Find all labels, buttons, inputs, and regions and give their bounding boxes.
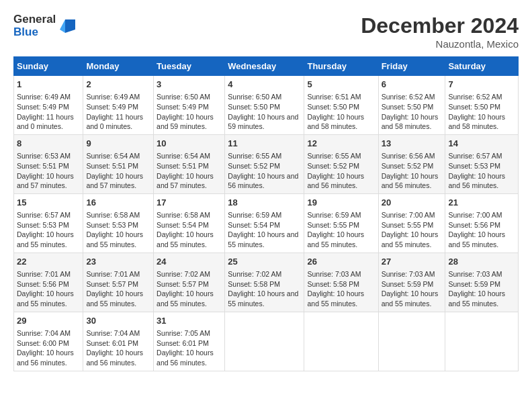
calendar-cell: 11Sunrise: 6:55 AMSunset: 5:52 PMDayligh… bbox=[225, 134, 304, 193]
daylight-text: Daylight: 11 hours and 0 minutes. bbox=[86, 113, 143, 131]
day-number: 15 bbox=[17, 197, 80, 209]
sunset-text: Sunset: 6:00 PM bbox=[17, 339, 69, 347]
day-number: 23 bbox=[86, 256, 150, 268]
calendar-cell: 8Sunrise: 6:53 AMSunset: 5:51 PMDaylight… bbox=[14, 134, 83, 193]
sunset-text: Sunset: 5:50 PM bbox=[448, 103, 500, 111]
sunset-text: Sunset: 5:57 PM bbox=[86, 280, 138, 288]
daylight-text: Daylight: 10 hours and 59 minutes. bbox=[157, 113, 214, 131]
calendar-cell: 25Sunrise: 7:02 AMSunset: 5:58 PMDayligh… bbox=[225, 253, 304, 312]
calendar-cell: 23Sunrise: 7:01 AMSunset: 5:57 PMDayligh… bbox=[83, 253, 154, 312]
calendar-cell bbox=[225, 312, 304, 371]
calendar-cell: 17Sunrise: 6:58 AMSunset: 5:54 PMDayligh… bbox=[154, 193, 225, 253]
sunrise-text: Sunrise: 7:04 AM bbox=[86, 329, 140, 337]
sunset-text: Sunset: 5:52 PM bbox=[228, 162, 280, 170]
day-number: 10 bbox=[157, 138, 222, 150]
calendar-cell: 18Sunrise: 6:59 AMSunset: 5:54 PMDayligh… bbox=[225, 193, 304, 253]
day-number: 26 bbox=[307, 256, 375, 268]
sunset-text: Sunset: 5:49 PM bbox=[86, 103, 138, 111]
sunrise-text: Sunrise: 7:04 AM bbox=[17, 329, 71, 337]
sunrise-text: Sunrise: 6:56 AM bbox=[382, 152, 435, 160]
sunrise-text: Sunrise: 6:58 AM bbox=[157, 211, 210, 219]
day-number: 5 bbox=[307, 79, 375, 91]
calendar-table: SundayMondayTuesdayWednesdayThursdayFrid… bbox=[13, 56, 519, 371]
daylight-text: Daylight: 10 hours and 55 minutes. bbox=[382, 289, 439, 308]
sunset-text: Sunset: 5:59 PM bbox=[448, 280, 500, 288]
day-number: 8 bbox=[17, 138, 80, 150]
logo: General Blue bbox=[13, 13, 79, 38]
sunset-text: Sunset: 5:49 PM bbox=[17, 103, 69, 111]
day-number: 4 bbox=[228, 79, 301, 91]
calendar-cell: 14Sunrise: 6:57 AMSunset: 5:53 PMDayligh… bbox=[445, 134, 519, 193]
calendar-week-row: 15Sunrise: 6:57 AMSunset: 5:53 PMDayligh… bbox=[14, 193, 519, 253]
day-number: 3 bbox=[157, 79, 222, 91]
sunrise-text: Sunrise: 7:00 AM bbox=[448, 211, 502, 219]
calendar-header-row: SundayMondayTuesdayWednesdayThursdayFrid… bbox=[14, 57, 519, 76]
sunset-text: Sunset: 5:59 PM bbox=[382, 280, 434, 288]
sunrise-text: Sunrise: 7:03 AM bbox=[382, 270, 435, 278]
day-number: 14 bbox=[448, 138, 515, 150]
daylight-text: Daylight: 10 hours and 55 minutes. bbox=[228, 230, 298, 248]
daylight-text: Daylight: 10 hours and 56 minutes. bbox=[382, 172, 439, 190]
sunrise-text: Sunrise: 6:53 AM bbox=[17, 152, 71, 160]
weekday-header: Sunday bbox=[14, 57, 83, 76]
day-number: 20 bbox=[382, 197, 443, 209]
daylight-text: Daylight: 10 hours and 55 minutes. bbox=[448, 230, 505, 248]
sunset-text: Sunset: 5:54 PM bbox=[228, 221, 280, 229]
day-number: 29 bbox=[17, 315, 80, 327]
day-number: 9 bbox=[86, 138, 150, 150]
calendar-cell: 6Sunrise: 6:52 AMSunset: 5:50 PMDaylight… bbox=[378, 76, 445, 135]
sunrise-text: Sunrise: 6:59 AM bbox=[307, 211, 361, 219]
logo-general: General bbox=[13, 13, 56, 26]
daylight-text: Daylight: 10 hours and 55 minutes. bbox=[382, 230, 439, 248]
daylight-text: Daylight: 10 hours and 55 minutes. bbox=[307, 230, 364, 248]
calendar-cell: 12Sunrise: 6:55 AMSunset: 5:52 PMDayligh… bbox=[304, 134, 378, 193]
daylight-text: Daylight: 10 hours and 58 minutes. bbox=[448, 113, 505, 131]
daylight-text: Daylight: 10 hours and 58 minutes. bbox=[382, 113, 439, 131]
sunrise-text: Sunrise: 7:05 AM bbox=[157, 329, 210, 337]
page-subtitle: Nauzontla, Mexico bbox=[361, 38, 519, 50]
page-title: December 2024 bbox=[361, 13, 519, 38]
sunrise-text: Sunrise: 7:03 AM bbox=[307, 270, 361, 278]
sunset-text: Sunset: 5:50 PM bbox=[307, 103, 359, 111]
calendar-cell: 22Sunrise: 7:01 AMSunset: 5:56 PMDayligh… bbox=[14, 253, 83, 312]
sunrise-text: Sunrise: 6:54 AM bbox=[86, 152, 140, 160]
sunrise-text: Sunrise: 6:57 AM bbox=[448, 152, 502, 160]
sunset-text: Sunset: 5:52 PM bbox=[382, 162, 434, 170]
calendar-week-row: 22Sunrise: 7:01 AMSunset: 5:56 PMDayligh… bbox=[14, 253, 519, 312]
sunset-text: Sunset: 5:55 PM bbox=[382, 221, 434, 229]
daylight-text: Daylight: 10 hours and 57 minutes. bbox=[157, 172, 214, 190]
sunset-text: Sunset: 5:50 PM bbox=[228, 103, 280, 111]
sunrise-text: Sunrise: 6:49 AM bbox=[17, 93, 71, 101]
sunset-text: Sunset: 5:53 PM bbox=[86, 221, 138, 229]
calendar-cell: 9Sunrise: 6:54 AMSunset: 5:51 PMDaylight… bbox=[83, 134, 154, 193]
sunset-text: Sunset: 5:51 PM bbox=[17, 162, 69, 170]
sunrise-text: Sunrise: 6:50 AM bbox=[228, 93, 281, 101]
svg-marker-1 bbox=[60, 19, 65, 33]
day-number: 19 bbox=[307, 197, 375, 209]
daylight-text: Daylight: 10 hours and 55 minutes. bbox=[228, 289, 298, 308]
sunrise-text: Sunrise: 7:00 AM bbox=[382, 211, 435, 219]
day-number: 31 bbox=[157, 315, 222, 327]
daylight-text: Daylight: 10 hours and 55 minutes. bbox=[448, 289, 505, 308]
sunrise-text: Sunrise: 6:57 AM bbox=[17, 211, 71, 219]
day-number: 11 bbox=[228, 138, 301, 150]
sunrise-text: Sunrise: 6:59 AM bbox=[228, 211, 281, 219]
sunrise-text: Sunrise: 6:51 AM bbox=[307, 93, 361, 101]
sunset-text: Sunset: 6:01 PM bbox=[157, 339, 209, 347]
sunset-text: Sunset: 5:56 PM bbox=[448, 221, 500, 229]
sunrise-text: Sunrise: 7:02 AM bbox=[228, 270, 281, 278]
sunrise-text: Sunrise: 6:52 AM bbox=[382, 93, 435, 101]
calendar-week-row: 8Sunrise: 6:53 AMSunset: 5:51 PMDaylight… bbox=[14, 134, 519, 193]
daylight-text: Daylight: 10 hours and 57 minutes. bbox=[17, 172, 74, 190]
calendar-cell bbox=[304, 312, 378, 371]
day-number: 2 bbox=[86, 79, 150, 91]
calendar-week-row: 1Sunrise: 6:49 AMSunset: 5:49 PMDaylight… bbox=[14, 76, 519, 135]
daylight-text: Daylight: 10 hours and 56 minutes. bbox=[307, 172, 364, 190]
sunset-text: Sunset: 5:53 PM bbox=[17, 221, 69, 229]
calendar-cell bbox=[378, 312, 445, 371]
calendar-cell: 10Sunrise: 6:54 AMSunset: 5:51 PMDayligh… bbox=[154, 134, 225, 193]
sunrise-text: Sunrise: 6:55 AM bbox=[228, 152, 281, 160]
sunset-text: Sunset: 5:49 PM bbox=[157, 103, 209, 111]
sunrise-text: Sunrise: 7:01 AM bbox=[86, 270, 140, 278]
sunset-text: Sunset: 6:01 PM bbox=[86, 339, 138, 347]
